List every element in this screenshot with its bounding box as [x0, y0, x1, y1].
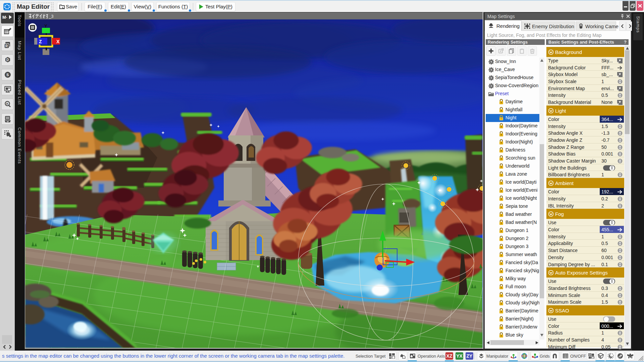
svg-text:D: D	[6, 58, 9, 62]
svg-text:R: R	[6, 102, 9, 106]
svg-text:Y: Y	[44, 23, 47, 28]
svg-text:R: R	[5, 44, 8, 48]
svg-text:_3: _3	[49, 14, 54, 19]
svg-text:Z: Z	[39, 39, 42, 44]
svg-text:X: X	[56, 39, 60, 44]
svg-text:S: S	[6, 73, 9, 77]
